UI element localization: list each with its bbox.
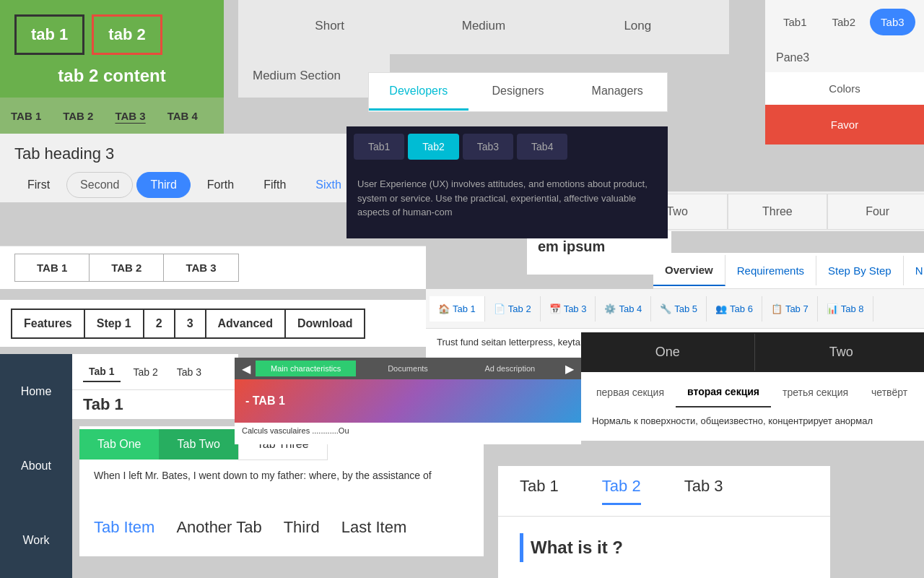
- chart-icon: 📊: [827, 303, 838, 314]
- russian-tab1[interactable]: первая секция: [585, 378, 676, 407]
- green-content-text: When I left Mr. Bates, I went down to my…: [94, 470, 469, 481]
- long-tab[interactable]: Long: [561, 4, 715, 50]
- short-tab[interactable]: Short: [253, 4, 406, 50]
- users-icon: 👥: [715, 303, 727, 314]
- medium-tab[interactable]: Medium: [406, 4, 560, 50]
- tab4-text[interactable]: TAB 4: [164, 106, 201, 126]
- features-tab[interactable]: Features: [11, 309, 85, 339]
- tab2-button[interactable]: tab 2: [92, 14, 162, 55]
- dark-tab4[interactable]: Tab4: [517, 134, 567, 160]
- tab1-text[interactable]: TAB 1: [7, 106, 45, 126]
- advanced-tab[interactable]: Advanced: [206, 309, 286, 339]
- blue-tab1[interactable]: Tab 1: [520, 477, 559, 505]
- russian-tab4[interactable]: четвёрт: [860, 378, 919, 407]
- tr-tab3[interactable]: Tab3: [870, 9, 915, 35]
- pane3-label: Pane3: [776, 51, 809, 64]
- icon-tab2[interactable]: 📄 Tab 2: [485, 296, 541, 322]
- panel-dev-design-mgr: Developers Designers Managers: [368, 72, 668, 112]
- wrench-icon: 🔧: [660, 303, 671, 314]
- prev-arrow[interactable]: ◀: [238, 362, 254, 376]
- tab-item[interactable]: Tab Item: [94, 518, 154, 537]
- colorful-tab1-label: - TAB 1: [245, 394, 285, 407]
- forth-tab[interactable]: Forth: [194, 173, 247, 197]
- panel-russian-content: Нормаль к поверхности, общеизвестно, кон…: [581, 412, 924, 441]
- dark-tab2[interactable]: Tab2: [408, 134, 458, 160]
- one-dark-tab[interactable]: One: [581, 334, 755, 371]
- dark-tab1[interactable]: Tab1: [354, 134, 404, 160]
- bordered-tab2[interactable]: TAB 2: [89, 254, 164, 282]
- third-tab[interactable]: Third: [136, 172, 190, 198]
- panel-pane3: Pane3: [765, 43, 924, 72]
- three-tab[interactable]: Three: [728, 194, 828, 230]
- third-tab[interactable]: Third: [284, 518, 320, 537]
- next-arrow[interactable]: ▶: [562, 362, 578, 376]
- icon-tab1[interactable]: 🏠 Tab 1: [430, 296, 485, 322]
- icon-tab7[interactable]: 📋 Tab 7: [762, 296, 818, 322]
- blue-tab2[interactable]: Tab 2: [602, 477, 641, 505]
- mc-tab2[interactable]: Documents: [357, 361, 458, 376]
- requirements-tab[interactable]: Requirements: [725, 256, 816, 285]
- panel-green-content: When I left Mr. Bates, I went down to my…: [79, 462, 484, 499]
- favorites-tab[interactable]: Favor: [765, 105, 924, 144]
- step-by-step-tab[interactable]: Step By Step: [816, 256, 904, 285]
- bordered-tab3[interactable]: TAB 3: [164, 254, 238, 282]
- tab1-button[interactable]: tab 1: [14, 14, 84, 55]
- home-icon: 🏠: [438, 303, 450, 314]
- sidebar-work[interactable]: Work: [15, 527, 56, 554]
- icon-tab4[interactable]: ⚙️ Tab 4: [596, 296, 651, 322]
- step2-tab[interactable]: 2: [144, 309, 175, 339]
- colors-tab[interactable]: Colors: [765, 72, 924, 105]
- two-dark-tab[interactable]: Two: [755, 334, 925, 371]
- sidebar-about[interactable]: About: [14, 452, 58, 480]
- tab-two-green[interactable]: Tab Two: [159, 429, 237, 460]
- panel-one-two-dark: One Two: [581, 332, 924, 372]
- fifth-tab[interactable]: Fifth: [250, 173, 299, 197]
- managers-tab[interactable]: Managers: [567, 74, 667, 111]
- small-tab1[interactable]: Tab 1: [83, 362, 121, 382]
- russian-tab3[interactable]: третья секция: [771, 378, 860, 407]
- tab2-text[interactable]: TAB 2: [59, 106, 97, 126]
- four-tab[interactable]: Four: [827, 194, 924, 230]
- small-tab2[interactable]: Tab 2: [128, 363, 164, 381]
- tab3-text[interactable]: TAB 3: [111, 106, 149, 126]
- what-is-it-text: What is it ?: [531, 538, 623, 558]
- second-tab[interactable]: Second: [66, 172, 133, 198]
- icon-tab8[interactable]: 📊 Tab 8: [818, 296, 873, 322]
- tr-tab2[interactable]: Tab2: [821, 9, 867, 35]
- russian-tab2[interactable]: вторая секция: [676, 377, 771, 407]
- dark-tab3[interactable]: Tab3: [463, 134, 513, 160]
- panel-tab-heading: Tab heading 3 First Second Third Forth F…: [0, 134, 354, 202]
- download-tab[interactable]: Download: [286, 309, 365, 339]
- panel-blue-underline-tabs: Tab 1 Tab 2 Tab 3: [498, 466, 830, 517]
- tab-heading-label: Tab heading 3: [14, 144, 339, 163]
- icon-tab5[interactable]: 🔧 Tab 5: [651, 296, 707, 322]
- tab1-heading-text: Tab 1: [83, 395, 123, 414]
- icon-tab3[interactable]: 📅 Tab 3: [541, 296, 596, 322]
- mc-tab1[interactable]: Main characteristics: [256, 361, 356, 376]
- developers-tab[interactable]: Developers: [369, 74, 468, 111]
- panel-small-tabs: Tab 1 Tab 2 Tab 3: [72, 354, 238, 390]
- blue-tab3[interactable]: Tab 3: [684, 477, 723, 505]
- panel-dark-tabs: Tab1 Tab2 Tab3 Tab4: [346, 126, 668, 166]
- n-tab[interactable]: N: [904, 256, 924, 285]
- overview-tab[interactable]: Overview: [653, 255, 725, 286]
- icon-tab8-label: Tab 8: [841, 303, 864, 314]
- icon-tab6[interactable]: 👥 Tab 6: [707, 296, 762, 322]
- sidebar-home[interactable]: Home: [14, 378, 59, 405]
- panel-features-steps: Features Step 1 2 3 Advanced Download: [0, 300, 426, 347]
- small-tab3[interactable]: Tab 3: [171, 363, 207, 381]
- panel-tab1-8: 🏠 Tab 1 📄 Tab 2 📅 Tab 3 ⚙️ Tab 4 🔧 Tab 5…: [426, 289, 924, 329]
- designers-tab[interactable]: Designers: [468, 74, 568, 111]
- another-tab[interactable]: Another Tab: [176, 518, 261, 537]
- icon-tab2-label: Tab 2: [508, 303, 531, 314]
- first-tab[interactable]: First: [14, 173, 63, 197]
- mc-tab3[interactable]: Ad description: [460, 361, 560, 376]
- tr-tab1[interactable]: Tab1: [772, 9, 818, 35]
- last-item-tab[interactable]: Last Item: [341, 518, 406, 537]
- tab-one-green[interactable]: Tab One: [79, 429, 159, 460]
- step1-tab[interactable]: Step 1: [85, 309, 144, 339]
- dark-content-text: User Experience (UX) involves attitudes,…: [357, 177, 657, 220]
- bordered-tab1[interactable]: TAB 1: [14, 254, 89, 282]
- step3-tab[interactable]: 3: [175, 309, 206, 339]
- russian-content-text: Нормаль к поверхности, общеизвестно, кон…: [592, 415, 917, 426]
